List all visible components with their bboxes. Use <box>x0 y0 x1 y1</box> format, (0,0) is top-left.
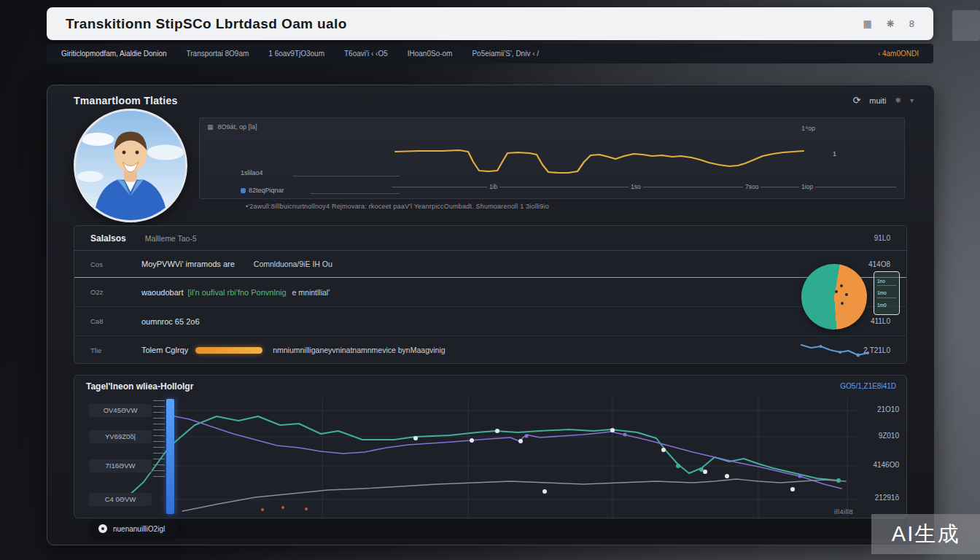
caret-icon[interactable]: ▾ <box>910 96 914 104</box>
nav-bar: Giriticlopmodfam, Aialdie Donion Transpo… <box>47 44 933 63</box>
row-text: Tolem Cglrqy <box>141 346 188 354</box>
stats-table-card: Salalsos Mallleme Tao-5 91L0 Cos MoyPVWV… <box>74 225 907 364</box>
pie-dots <box>801 264 867 330</box>
breakdown-pie-chart[interactable] <box>801 264 867 330</box>
activity-chart-card: ▦ 8O9át, op [la] 1⁴op 1 1slilao4 82teqPi… <box>199 117 905 199</box>
nav-item-2[interactable]: Transportai 8O9am <box>187 50 249 58</box>
y-axis-label: C4 0ƏVW <box>89 493 152 506</box>
table-title: Salalsos <box>90 233 126 244</box>
dashboard-panel: Tmanartloom Tlaties ⟳ muiti ✱ ▾ <box>47 85 935 545</box>
app-background: Transkitionn StipSCo Lbrtdasd Oam ualo ▦… <box>0 0 980 560</box>
progress-bar <box>195 347 262 354</box>
legend-item: 1no <box>877 277 896 286</box>
row-text: oumnroc 65 2o6 <box>141 317 200 326</box>
table-row[interactable]: Tlie Tolem Cglrqy nmniumnilliganeyvninat… <box>74 335 906 364</box>
timeline-line-chart <box>74 396 858 518</box>
panel-controls: ⟳ muiti ✱ ▾ <box>852 95 914 106</box>
row-text-secondary: Comnlduona/9iE IH Ou <box>254 260 332 268</box>
activity-line-chart <box>200 118 906 200</box>
right-axis-value: 4146O0 <box>857 461 899 469</box>
timeline-chart-area: OV45ƏVW YV69Z0ŏ| 7I16ƏVW C4 0ƏVW 21O10 9… <box>74 396 906 518</box>
right-axis-value: 9Z010 <box>857 432 899 440</box>
y-axis-label: YV69Z0ŏ| <box>89 430 152 443</box>
histogram-bar[interactable] <box>166 399 174 514</box>
watermark-badge: AI生成 <box>871 514 980 554</box>
avatar[interactable] <box>74 109 187 222</box>
grid-lines <box>160 397 858 517</box>
nav-item-6[interactable]: Po5eiamii'S', Dniv ‹ / <box>472 50 539 58</box>
star-icon[interactable]: ✱ <box>895 96 901 104</box>
nav-action-link[interactable]: ‹ 4am0ONDI <box>878 50 919 58</box>
activity-caption: •'2awull:8illbuicnurtnollnoy4 Rejmovara:… <box>246 203 549 210</box>
table-row[interactable]: Ca8 oumnroc 65 2o6 411L0 <box>74 306 906 335</box>
trend-sparkline-chart <box>800 340 869 359</box>
pie-legend: 1no 1mo 1m0 <box>874 271 900 315</box>
sparkle-icon[interactable]: ❋ <box>887 18 895 29</box>
ruler-ticks <box>153 400 165 479</box>
row-label: Cos <box>90 260 141 268</box>
corner-highlight <box>952 10 980 41</box>
table-subtitle: Mallleme Tao-5 <box>145 234 197 243</box>
row-label: O2z <box>90 288 141 296</box>
timeline-chart-card: Tagel'lneon wliea-Hollolgr GO5/1,Z1E8i41… <box>74 375 907 518</box>
timeline-link[interactable]: GO5/1,Z1E8i41D <box>840 382 896 390</box>
right-axis-value: 21O10 <box>857 405 899 413</box>
table-header-value: 91L0 <box>874 234 890 242</box>
row-text: MoyPVWVi' imramods are <box>141 260 235 268</box>
app-header: Transkitionn StipSCo Lbrtdasd Oam ualo ▦… <box>47 7 933 40</box>
user-icon[interactable]: 8 <box>909 18 914 29</box>
row-label: Ca8 <box>90 317 141 325</box>
table-header: Salalsos Mallleme Tao-5 91L0 <box>74 226 906 251</box>
apps-icon[interactable]: ▦ <box>863 18 872 29</box>
header-icons: ▦ ❋ 8 <box>863 18 914 29</box>
nav-item-4[interactable]: T6oavi'i ‹ ‹O5 <box>344 50 388 58</box>
footer-label: nuenanuilliO2igl <box>113 525 165 533</box>
y-axis-label: 7I16ƏVW <box>89 459 152 472</box>
row-text-secondary: e mnintllial' <box>292 288 330 297</box>
footer-status-pill[interactable]: nuenanuilliO2igl <box>91 519 178 538</box>
row-text-highlight: [il'n oufival rbi'fno Ponvnlnig <box>188 288 287 297</box>
y-axis-label: OV45ƏVW <box>89 404 152 417</box>
panel-footer: nuenanuilliO2igl <box>91 519 908 538</box>
refresh-icon[interactable]: ⟳ <box>852 95 860 106</box>
refresh-label[interactable]: muiti <box>869 96 886 105</box>
timeline-title: Tagel'lneon wliea-Hollolgr <box>86 381 193 392</box>
nav-item-5[interactable]: IHoan0So-om <box>408 50 453 58</box>
row-label: Tlie <box>90 346 141 354</box>
status-dot-icon <box>98 524 107 533</box>
trend-sparkline <box>800 340 869 359</box>
panel-title: Tmanartloom Tlaties <box>74 95 178 106</box>
nav-item-3[interactable]: 1 6oav9TjO3oum <box>268 50 324 58</box>
avatar-illustration <box>76 111 185 220</box>
nav-item-1[interactable]: Giriticlopmodfam, Aialdie Donion <box>61 50 167 58</box>
legend-item: 1m0 <box>877 301 896 309</box>
row-text: waoudobart <box>141 288 184 297</box>
table-row[interactable]: O2z waoudobart [il'n oufival rbi'fno Pon… <box>74 277 906 306</box>
table-row[interactable]: Cos MoyPVWVi' imramods are Comnlduona/9i… <box>74 251 906 277</box>
row-text-secondary: nmniumnilliganeyvninatnamnmevice bynMaag… <box>273 346 445 354</box>
app-title: Transkitionn StipSCo Lbrtdasd Oam ualo <box>66 16 347 32</box>
right-axis-value: 21291ŏ <box>857 494 899 502</box>
legend-item: 1mo <box>877 289 896 298</box>
